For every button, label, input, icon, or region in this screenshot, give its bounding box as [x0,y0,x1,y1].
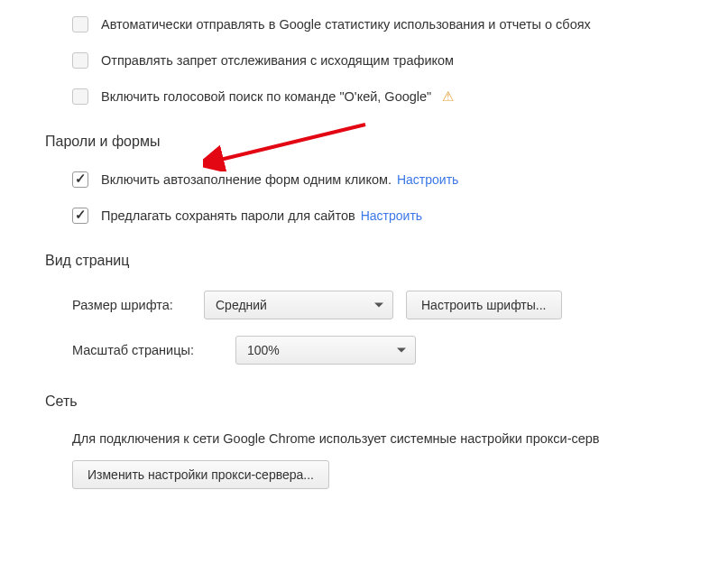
customize-fonts-button[interactable]: Настроить шрифты... [406,291,562,319]
save-passwords-configure-link[interactable]: Настроить [361,208,422,223]
zoom-dropdown[interactable]: 100% [235,336,416,365]
autofill-label: Включить автозаполнение форм одним клико… [101,172,392,187]
appearance-section-title: Вид страниц [45,253,728,269]
voice-label: Включить голосовой поиск по команде "О'к… [101,89,431,104]
font-size-value: Средний [216,298,267,312]
save-passwords-checkbox[interactable] [72,208,88,224]
font-size-label: Размер шрифта: [72,298,189,312]
font-size-dropdown[interactable]: Средний [204,291,393,319]
chevron-down-icon [374,303,383,308]
proxy-settings-button[interactable]: Изменить настройки прокси-сервера... [72,460,329,489]
network-section-title: Сеть [45,393,728,410]
zoom-label: Масштаб страницы: [72,343,221,357]
dnt-checkbox-row: Отправлять запрет отслеживания с исходящ… [72,52,728,69]
autofill-checkbox-row: Включить автозаполнение форм одним клико… [72,171,728,188]
stats-checkbox[interactable] [72,16,88,32]
stats-checkbox-row: Автоматически отправлять в Google статис… [72,16,728,32]
customize-fonts-label: Настроить шрифты... [421,298,547,312]
zoom-value: 100% [247,343,280,357]
network-description: Для подключения к сети Google Chrome исп… [72,431,728,446]
dnt-label: Отправлять запрет отслеживания с исходящ… [101,53,454,68]
autofill-checkbox[interactable] [72,171,88,188]
voice-checkbox[interactable] [72,88,88,105]
stats-label: Автоматически отправлять в Google статис… [101,17,591,32]
zoom-row: Масштаб страницы: 100% [72,336,728,365]
voice-checkbox-row: Включить голосовой поиск по команде "О'к… [72,88,728,105]
warning-icon: ⚠ [442,88,454,105]
chevron-down-icon [397,348,406,353]
proxy-settings-label: Изменить настройки прокси-сервера... [88,467,314,482]
save-passwords-checkbox-row: Предлагать сохранять пароли для сайтов Н… [72,208,728,224]
dnt-checkbox[interactable] [72,52,88,69]
passwords-section-title: Пароли и формы [45,134,728,150]
font-size-row: Размер шрифта: Средний Настроить шрифты.… [72,291,728,319]
autofill-configure-link[interactable]: Настроить [397,172,458,187]
save-passwords-label: Предлагать сохранять пароли для сайтов [101,208,355,223]
